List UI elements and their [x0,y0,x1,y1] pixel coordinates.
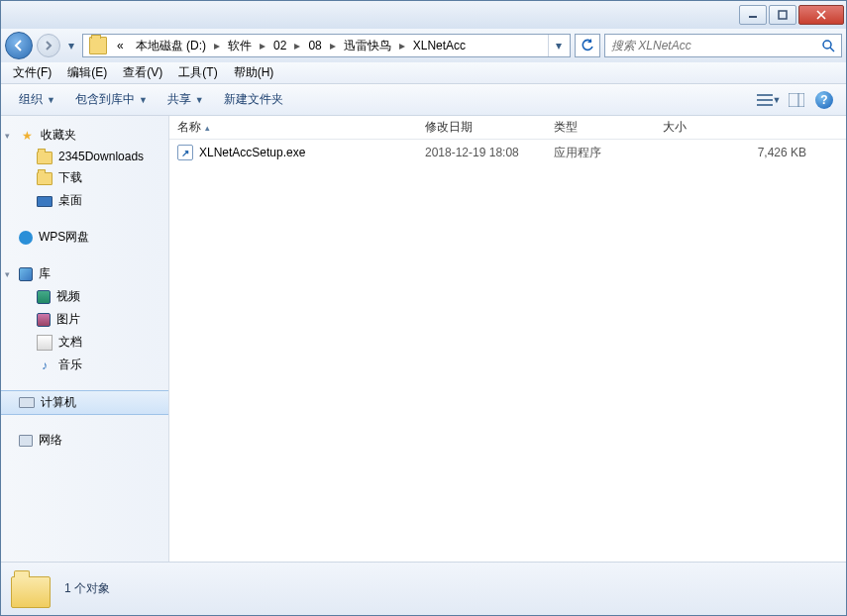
chevron-right-icon[interactable]: ▸ [328,35,338,56]
chevron-right-icon[interactable]: ▸ [397,35,407,56]
share-button[interactable]: 共享 ▼ [158,87,214,112]
explorer-window: ▾ « 本地磁盘 (D:)▸ 软件▸ 02▸ 08▸ 迅雷快鸟▸ XLNetAc… [0,0,847,616]
column-date[interactable]: 修改日期 [417,116,546,139]
folder-icon [37,172,53,185]
music-icon: ♪ [37,358,53,373]
menu-view[interactable]: 查看(V) [115,62,170,83]
content-area: ▾ ★ 收藏夹 2345Downloads 下载 桌面 WPS网盘 ▾ 库 [1,116,846,562]
breadcrumb-item[interactable]: 02 [267,35,292,56]
chevron-down-icon: ▼ [139,95,148,105]
menu-bar: 文件(F) 编辑(E) 查看(V) 工具(T) 帮助(H) [1,62,846,84]
sort-arrow-icon: ▴ [205,123,210,133]
navigation-pane: ▾ ★ 收藏夹 2345Downloads 下载 桌面 WPS网盘 ▾ 库 [1,116,169,562]
sidebar-label: WPS网盘 [39,229,89,246]
svg-rect-6 [757,94,773,96]
breadcrumb-item[interactable]: 本地磁盘 (D:) [130,35,212,56]
column-size[interactable]: 大小 [655,116,846,139]
file-type: 应用程序 [546,145,655,161]
folder-icon [37,152,53,164]
folder-large-icon [11,568,53,610]
chevron-down-icon: ▼ [47,95,55,105]
svg-rect-9 [789,93,804,107]
breadcrumb-prefix: « [111,35,130,56]
video-icon [37,290,51,304]
search-input[interactable] [611,39,821,52]
close-button[interactable] [798,5,844,25]
menu-help[interactable]: 帮助(H) [226,62,282,83]
sidebar-libraries[interactable]: ▾ 库 [1,262,168,285]
sidebar-favorites[interactable]: ▾ ★ 收藏夹 [1,124,168,147]
sidebar-label: 收藏夹 [41,127,76,144]
sidebar-item-desktop[interactable]: 桌面 [1,189,168,212]
desktop-icon [37,196,53,207]
breadcrumb-item[interactable]: 迅雷快鸟 [338,35,397,56]
file-list-pane: 名称▴ 修改日期 类型 大小 ↗ XLNetAccSetup.exe 2018-… [169,116,846,562]
maximize-button[interactable] [769,5,796,25]
minimize-button[interactable] [739,5,767,25]
svg-point-4 [823,41,831,49]
sidebar-network[interactable]: 网络 [1,429,168,452]
breadcrumb-item[interactable]: 软件 [222,35,258,56]
sidebar-label: 库 [39,265,51,282]
status-text: 1 个对象 [64,580,110,597]
picture-icon [37,313,51,327]
file-date: 2018-12-19 18:08 [417,146,546,159]
view-mode-button[interactable]: ▼ [755,88,783,112]
cloud-icon [19,231,33,245]
sidebar-label: 网络 [39,432,62,449]
new-folder-button[interactable]: 新建文件夹 [214,87,293,112]
navigation-bar: ▾ « 本地磁盘 (D:)▸ 软件▸ 02▸ 08▸ 迅雷快鸟▸ XLNetAc… [1,29,846,62]
sidebar-item-pictures[interactable]: 图片 [1,308,168,331]
menu-tools[interactable]: 工具(T) [170,62,225,83]
network-icon [19,435,33,447]
forward-button[interactable] [37,34,60,57]
chevron-right-icon[interactable]: ▸ [258,35,267,56]
svg-rect-8 [757,104,773,106]
menu-edit[interactable]: 编辑(E) [59,62,115,83]
file-row[interactable]: ↗ XLNetAccSetup.exe 2018-12-19 18:08 应用程… [169,140,846,165]
sidebar-item-music[interactable]: ♪音乐 [1,354,168,376]
chevron-down-icon: ▼ [773,95,782,105]
chevron-right-icon[interactable]: ▸ [212,35,222,56]
breadcrumb-item[interactable]: XLNetAcc [407,35,472,56]
computer-icon [19,397,35,408]
sidebar-item-documents[interactable]: 文档 [1,331,168,354]
column-headers: 名称▴ 修改日期 类型 大小 [169,116,846,140]
sidebar-wps[interactable]: WPS网盘 [1,226,168,249]
organize-button[interactable]: 组织 ▼ [9,87,65,112]
search-box[interactable] [604,34,842,57]
refresh-button[interactable] [575,34,600,57]
titlebar [1,1,846,29]
details-pane: 1 个对象 [1,562,846,615]
folder-icon [89,37,107,54]
sidebar-item-2345downloads[interactable]: 2345Downloads [1,147,168,166]
nav-history-dropdown[interactable]: ▾ [64,36,78,55]
sidebar-computer[interactable]: 计算机 [1,390,168,415]
help-button[interactable]: ? [810,88,838,112]
search-icon[interactable] [821,39,835,52]
back-button[interactable] [5,32,33,59]
menu-file[interactable]: 文件(F) [5,62,59,83]
preview-pane-button[interactable] [783,88,810,112]
column-type[interactable]: 类型 [546,116,655,139]
sidebar-label: 计算机 [41,394,76,411]
breadcrumb-item[interactable]: 08 [302,35,327,56]
column-name[interactable]: 名称▴ [169,116,417,139]
sidebar-item-videos[interactable]: 视频 [1,285,168,308]
exe-icon: ↗ [177,145,193,160]
chevron-down-icon: ▾ [5,131,10,141]
svg-rect-7 [757,99,773,101]
address-bar[interactable]: « 本地磁盘 (D:)▸ 软件▸ 02▸ 08▸ 迅雷快鸟▸ XLNetAcc … [82,34,571,57]
library-icon [19,267,33,281]
file-size: 7,426 KB [655,146,846,159]
chevron-down-icon: ▾ [5,269,10,279]
sidebar-item-downloads[interactable]: 下载 [1,166,168,189]
document-icon [37,335,53,351]
include-in-library-button[interactable]: 包含到库中 ▼ [65,87,158,112]
help-icon: ? [815,91,833,109]
star-icon: ★ [19,128,35,144]
svg-line-5 [830,48,834,51]
address-dropdown[interactable]: ▾ [548,35,568,56]
svg-rect-1 [779,11,787,19]
chevron-right-icon[interactable]: ▸ [292,35,302,56]
